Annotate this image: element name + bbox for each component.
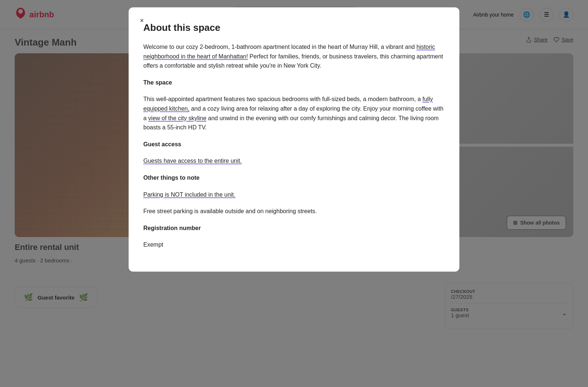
modal-dialog: × About this space Welcome to our cozy 2… bbox=[129, 7, 459, 272]
registration-title: Registration number bbox=[143, 223, 445, 233]
guest-access-section: Guest access Guests have access to the e… bbox=[143, 140, 445, 166]
intro-underlined: historic neighborhood in the heart of Ma… bbox=[143, 44, 435, 60]
modal-body: Welcome to our cozy 2-bedroom, 1-bathroo… bbox=[143, 42, 445, 250]
other-notes-section: Other things to note Parking is NOT incl… bbox=[143, 173, 445, 216]
modal-title: About this space bbox=[143, 22, 445, 33]
guest-access-title: Guest access bbox=[143, 140, 445, 149]
registration-section: Registration number Exempt bbox=[143, 223, 445, 250]
other-notes-text-1: Parking is NOT included in the unit. bbox=[143, 190, 445, 200]
modal-intro: Welcome to our cozy 2-bedroom, 1-bathroo… bbox=[143, 42, 445, 71]
registration-text: Exempt bbox=[143, 240, 445, 250]
space-section: The space This well-appointed apartment … bbox=[143, 78, 445, 132]
space-section-text: This well-appointed apartment features t… bbox=[143, 94, 445, 132]
parking-note: Parking is NOT included in the unit. bbox=[143, 191, 236, 198]
space-section-title: The space bbox=[143, 78, 445, 87]
guest-access-underlined: Guests have access to the entire unit. bbox=[143, 158, 242, 164]
view-of-city-skyline: view of the city skyline bbox=[148, 115, 206, 121]
fully-equipped-kitchen: fully equipped kitchen, bbox=[143, 96, 433, 112]
other-notes-text-2: Free street parking is available outside… bbox=[143, 207, 445, 216]
modal-close-button[interactable]: × bbox=[136, 15, 148, 26]
other-notes-title: Other things to note bbox=[143, 173, 445, 183]
modal-overlay: × About this space Welcome to our cozy 2… bbox=[0, 0, 588, 387]
guest-access-text: Guests have access to the entire unit. bbox=[143, 156, 445, 166]
